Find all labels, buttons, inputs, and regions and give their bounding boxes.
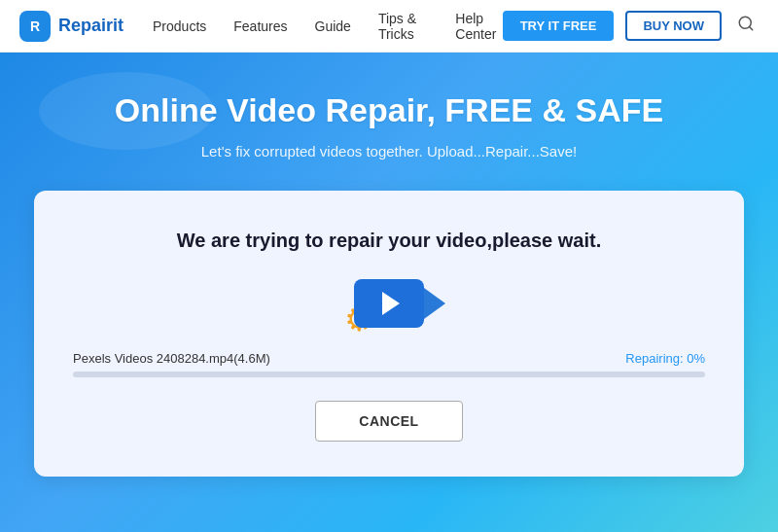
nav-link-guide[interactable]: Guide xyxy=(315,18,351,34)
navbar-actions: TRY IT FREE BUY NOW xyxy=(503,11,759,41)
logo-icon: R xyxy=(19,11,51,42)
camera-body xyxy=(354,279,424,328)
repairing-status: Repairing: 0% xyxy=(625,351,705,366)
try-free-button[interactable]: TRY IT FREE xyxy=(503,11,615,41)
video-camera-icon: ⚙ xyxy=(354,279,424,328)
logo-icon-letter: R xyxy=(30,18,40,34)
search-button[interactable] xyxy=(733,11,759,41)
video-icon-container: ⚙ xyxy=(73,279,705,328)
progress-bar-wrapper xyxy=(73,372,705,377)
logo[interactable]: R Repairit xyxy=(19,11,124,42)
repair-card: We are trying to repair your video,pleas… xyxy=(34,191,744,477)
cancel-button[interactable]: CANCEL xyxy=(315,401,462,442)
file-name: Pexels Videos 2408284.mp4(4.6M) xyxy=(73,351,270,366)
cancel-btn-container: CANCEL xyxy=(73,401,705,442)
hero-title: Online Video Repair, FREE & SAFE xyxy=(19,91,759,129)
repair-card-title: We are trying to repair your video,pleas… xyxy=(73,230,705,252)
nav-links: Products Features Guide Tips & Tricks He… xyxy=(153,11,503,42)
camera-lens xyxy=(424,288,445,319)
navbar: R Repairit Products Features Guide Tips … xyxy=(0,0,778,53)
hero-subtitle: Let's fix corrupted videos together. Upl… xyxy=(19,143,759,160)
search-icon xyxy=(737,15,755,32)
nav-link-features[interactable]: Features xyxy=(233,18,287,34)
nav-link-help-center[interactable]: Help Center xyxy=(455,11,502,42)
nav-link-products[interactable]: Products xyxy=(153,18,206,34)
logo-name: Repairit xyxy=(58,16,124,36)
nav-link-tips-tricks[interactable]: Tips & Tricks xyxy=(378,11,428,42)
hero-section: Online Video Repair, FREE & SAFE Let's f… xyxy=(0,53,778,532)
progress-row: Pexels Videos 2408284.mp4(4.6M) Repairin… xyxy=(73,351,705,366)
svg-line-1 xyxy=(749,26,752,29)
buy-now-button[interactable]: BUY NOW xyxy=(625,11,722,41)
